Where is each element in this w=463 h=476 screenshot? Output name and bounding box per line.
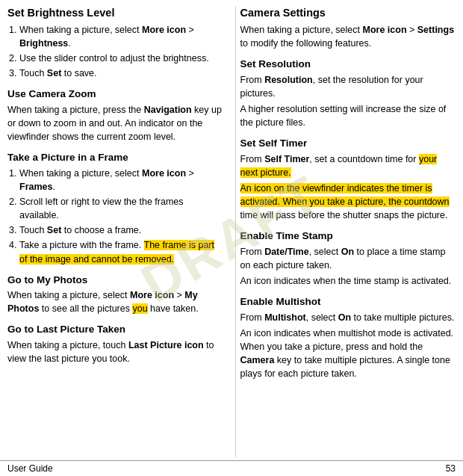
resolution-label: Resolution xyxy=(264,75,313,85)
right-column: Camera Settings When taking a picture, s… xyxy=(235,6,456,457)
list-item: When taking a picture, select More icon … xyxy=(19,23,223,50)
navigation-label: Navigation xyxy=(144,105,192,115)
multishot-label: Multishot xyxy=(264,312,306,323)
list-item: Touch Set to save. xyxy=(19,67,223,80)
more-icon-label: More icon xyxy=(142,25,186,35)
camera-settings-title: Camera Settings xyxy=(240,6,456,20)
set-resolution-body1: From Resolution, set the resolution for … xyxy=(240,73,456,100)
last-picture-icon-label: Last Picture icon xyxy=(128,340,204,350)
footer: User Guide 53 xyxy=(0,460,463,476)
camera-settings-body: When taking a picture, select More icon … xyxy=(240,23,456,50)
enable-time-stamp-body1: From Date/Time, select On to place a tim… xyxy=(240,245,456,272)
go-to-last-picture-title: Go to Last Picture Taken xyxy=(7,323,223,336)
enable-time-stamp-title: Enable Time Stamp xyxy=(240,229,456,243)
list-item: Take a picture with the frame. The frame… xyxy=(19,238,223,265)
use-camera-zoom-title: Use Camera Zoom xyxy=(7,87,223,101)
use-camera-zoom-body: When taking a picture, press the Navigat… xyxy=(7,103,223,143)
set-self-timer-title: Set Self Timer xyxy=(240,137,456,150)
set-brightness-list: When taking a picture, select More icon … xyxy=(7,23,223,81)
take-picture-frame-title: Take a Picture in a Frame xyxy=(7,151,223,164)
you-highlight: you xyxy=(132,303,147,314)
go-to-my-photos-body: When taking a picture, select More icon … xyxy=(7,288,223,315)
on-label2: On xyxy=(338,312,351,323)
list-item: When taking a picture, select More icon … xyxy=(19,167,223,194)
left-column: Set Brightness Level When taking a pictu… xyxy=(7,6,228,457)
set-resolution-body2: A higher resolution setting will increas… xyxy=(240,102,456,129)
go-to-my-photos-title: Go to My Photos xyxy=(7,273,223,287)
frames-label: Frames xyxy=(19,182,52,192)
camera-key-label: Camera xyxy=(240,355,275,365)
set-self-timer-body1: From Self Timer, set a countdown time fo… xyxy=(240,152,456,179)
more-icon-label2: More icon xyxy=(142,168,186,179)
brightness-label: Brightness xyxy=(19,38,68,49)
enable-multishot-body1: From Multishot, select On to take multip… xyxy=(240,311,456,324)
set-label2: Set xyxy=(47,225,61,235)
enable-multishot-body2: An icon indicates when multishot mode is… xyxy=(240,327,456,381)
on-label1: On xyxy=(341,247,354,257)
set-resolution-title: Set Resolution xyxy=(240,58,456,71)
highlight-frame-text: The frame is part of the image and canno… xyxy=(19,240,214,264)
page-container: DRAFT Set Brightness Level When taking a… xyxy=(0,0,463,476)
enable-time-stamp-body2: An icon indicates when the time stamp is… xyxy=(240,274,456,288)
go-to-last-picture-body: When taking a picture, touch Last Pictur… xyxy=(7,339,223,365)
self-timer-label: Self Timer xyxy=(264,154,309,164)
self-timer-highlight2: An icon on the viewfinder indicates the … xyxy=(240,183,450,207)
content-area: Set Brightness Level When taking a pictu… xyxy=(0,0,463,460)
more-icon-label4: More icon xyxy=(362,25,406,35)
more-icon-label3: More icon xyxy=(130,290,174,300)
take-picture-frame-list: When taking a picture, select More icon … xyxy=(7,167,223,266)
footer-left: User Guide xyxy=(7,463,53,474)
date-time-label: Date/Time xyxy=(264,247,309,257)
set-brightness-title: Set Brightness Level xyxy=(7,6,223,20)
footer-right: 53 xyxy=(446,463,456,474)
enable-multishot-title: Enable Multishot xyxy=(240,295,456,309)
list-item: Touch Set to choose a frame. xyxy=(19,223,223,237)
settings-label: Settings xyxy=(417,25,454,35)
set-self-timer-body2: An icon on the viewfinder indicates the … xyxy=(240,182,456,222)
set-label: Set xyxy=(47,68,61,78)
list-item: Scroll left or right to view the the fra… xyxy=(19,195,223,222)
list-item: Use the slider control to adjust the bri… xyxy=(19,52,223,65)
